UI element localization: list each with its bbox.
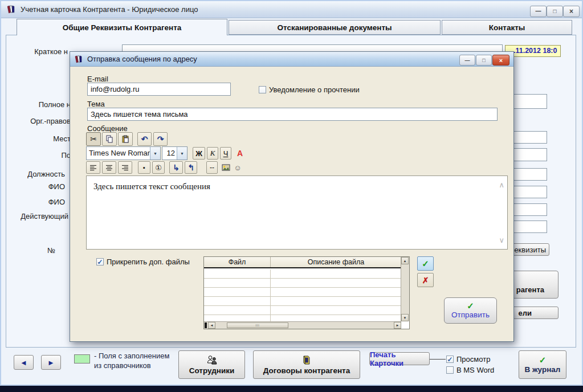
copy-button[interactable] bbox=[102, 132, 117, 146]
horizontal-rule-icon: -- bbox=[210, 164, 214, 172]
field-label-fio2: ФИО bbox=[1, 198, 65, 206]
file-cell[interactable] bbox=[204, 288, 271, 296]
align-right-icon bbox=[121, 165, 129, 171]
file-description-cell[interactable] bbox=[271, 270, 401, 278]
tab-contacts[interactable]: Контакты bbox=[442, 20, 572, 35]
checkmark-icon: ✓ bbox=[97, 259, 103, 265]
align-right-button[interactable] bbox=[118, 161, 132, 174]
dialog-close-button[interactable]: × bbox=[492, 55, 509, 66]
smiley-button[interactable]: ☺ bbox=[233, 162, 242, 173]
close-button[interactable]: × bbox=[563, 6, 580, 17]
read-receipt-label: Уведомление о прочтении bbox=[269, 85, 360, 94]
font-color-button[interactable]: А bbox=[235, 148, 244, 159]
maximize-icon: □ bbox=[482, 58, 485, 63]
dialog-minimize-button[interactable]: — bbox=[459, 55, 475, 66]
bold-icon: Ж bbox=[195, 149, 202, 158]
prev-record-button[interactable]: ◄ bbox=[14, 355, 34, 370]
read-receipt-checkbox[interactable] bbox=[259, 86, 266, 93]
send-button[interactable]: ✓ Отправить bbox=[444, 297, 497, 324]
msword-checkbox[interactable] bbox=[446, 366, 454, 374]
font-family-value: Times New Roman bbox=[87, 147, 150, 160]
indent-button[interactable]: ↳ bbox=[169, 161, 183, 174]
cut-button[interactable]: ✂ bbox=[86, 132, 101, 146]
scroll-grip[interactable] bbox=[205, 322, 207, 328]
print-card-label: Печать Карточки bbox=[370, 350, 429, 368]
print-card-button[interactable]: Печать Карточки bbox=[369, 352, 430, 365]
horizontal-rule-button[interactable]: -- bbox=[206, 161, 218, 174]
send-label: Отправить bbox=[451, 311, 490, 319]
underline-button[interactable]: Ч bbox=[220, 147, 231, 160]
chevron-up: ∧ bbox=[499, 181, 504, 189]
preview-checkbox[interactable]: ✓ bbox=[446, 356, 454, 363]
scroll-down-button[interactable]: ▼ bbox=[401, 314, 409, 321]
email-input[interactable] bbox=[87, 83, 231, 96]
table-row[interactable] bbox=[204, 306, 401, 315]
bold-button[interactable]: Ж bbox=[193, 147, 205, 160]
tab-scanned-documents[interactable]: Отсканированные документы bbox=[229, 20, 441, 35]
scroll-up-button[interactable]: ▲ bbox=[401, 257, 409, 264]
field-label-full-name: Полное н bbox=[1, 100, 71, 109]
align-left-button[interactable] bbox=[86, 161, 100, 174]
scroll-left-button[interactable]: ◄ bbox=[208, 322, 215, 329]
align-center-button[interactable] bbox=[102, 161, 116, 174]
italic-button[interactable]: К bbox=[207, 147, 218, 160]
table-row[interactable] bbox=[204, 288, 401, 297]
file-cell[interactable] bbox=[204, 279, 271, 287]
scroll-down-icon[interactable]: ∨ bbox=[499, 236, 504, 244]
font-size-select[interactable]: 12 ▼ bbox=[162, 146, 187, 160]
chevron-down-icon[interactable]: ▼ bbox=[177, 147, 187, 160]
font-color-icon: А bbox=[237, 149, 243, 158]
font-size-value: 12 bbox=[162, 147, 177, 160]
file-cell[interactable] bbox=[204, 306, 271, 315]
app-books-icon bbox=[6, 5, 16, 14]
outdent-button[interactable]: ↰ bbox=[185, 161, 197, 174]
bullet-list-button[interactable]: ▪ bbox=[138, 161, 150, 174]
table-row[interactable] bbox=[204, 279, 401, 288]
maximize-button[interactable]: □ bbox=[547, 6, 563, 17]
font-family-select[interactable]: Times New Roman ▼ bbox=[86, 146, 161, 160]
files-table-rows bbox=[204, 270, 401, 324]
minimize-button[interactable]: — bbox=[530, 6, 547, 17]
horizontal-scrollbar[interactable]: ◄ lll ► bbox=[204, 321, 401, 329]
paste-button[interactable] bbox=[118, 132, 133, 146]
file-description-cell[interactable] bbox=[271, 306, 401, 315]
add-file-button[interactable]: ✓ bbox=[417, 256, 434, 271]
employees-button[interactable]: Сотрудники bbox=[178, 350, 245, 379]
file-description-cell[interactable] bbox=[271, 288, 401, 296]
message-textarea[interactable]: Здесь пишется текст сообщения ∧ ∨ bbox=[86, 175, 508, 250]
scroll-up-icon[interactable]: ∧ bbox=[499, 181, 504, 189]
field-label-location: Мест bbox=[1, 134, 71, 143]
vertical-scrollbar[interactable]: ▲ ▼ bbox=[401, 257, 409, 321]
field-label-short-name: Краткое н bbox=[1, 47, 68, 56]
numbered-list-button[interactable]: ① bbox=[152, 161, 165, 174]
journal-button[interactable]: ✓ В журнал bbox=[519, 350, 566, 379]
legend-line1: - Поля с заполнением bbox=[94, 352, 169, 360]
table-row[interactable] bbox=[204, 297, 401, 306]
dialog-maximize-button[interactable]: □ bbox=[476, 55, 492, 66]
undo-button[interactable]: ↶ bbox=[137, 132, 152, 146]
scroll-right-button[interactable]: ► bbox=[394, 322, 401, 329]
attach-files-checkbox[interactable]: ✓ bbox=[96, 258, 104, 266]
chevron-down-icon[interactable]: ▼ bbox=[150, 147, 160, 160]
scroll-thumb[interactable]: lll bbox=[227, 322, 288, 328]
arrow-left-icon: ◄ bbox=[20, 358, 27, 367]
file-description-cell[interactable] bbox=[271, 297, 401, 305]
contracts-button[interactable]: Договоры контрагента bbox=[253, 350, 360, 379]
table-row[interactable] bbox=[204, 270, 401, 279]
next-record-button[interactable]: ► bbox=[41, 355, 61, 370]
file-description-cell[interactable] bbox=[271, 279, 401, 287]
field-label-position: Должность bbox=[1, 170, 65, 178]
remove-file-button[interactable]: ✗ bbox=[417, 273, 434, 287]
message-text: Здесь пишется текст сообщения bbox=[93, 182, 210, 191]
copy-icon bbox=[105, 135, 113, 143]
close-icon: × bbox=[499, 57, 503, 64]
redo-button[interactable]: ↷ bbox=[153, 132, 168, 146]
insert-image-button[interactable] bbox=[221, 162, 231, 173]
minimize-icon: — bbox=[536, 9, 541, 14]
arrow-down-icon: ▼ bbox=[403, 316, 407, 320]
file-cell[interactable] bbox=[204, 297, 271, 305]
tab-general[interactable]: Общие Реквизиты Контрагента bbox=[17, 19, 227, 35]
file-cell[interactable] bbox=[204, 270, 271, 278]
subject-input[interactable] bbox=[87, 108, 498, 121]
legend-line2: из справочников bbox=[94, 361, 151, 370]
